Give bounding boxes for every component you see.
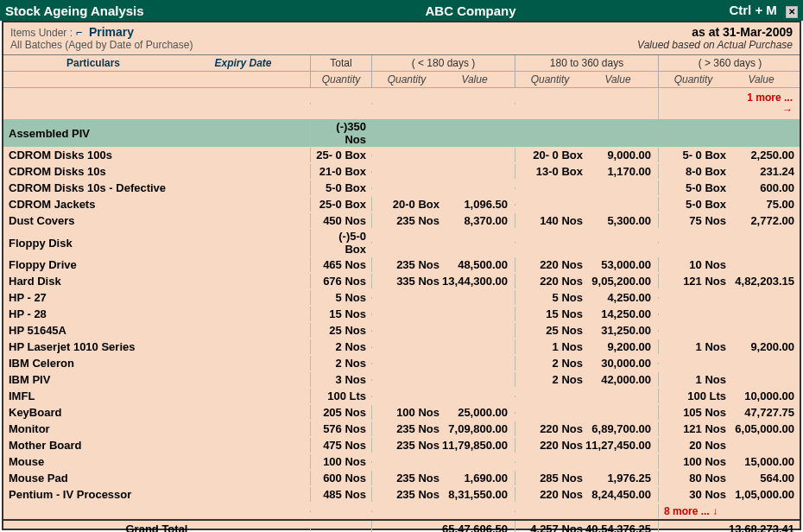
row-total-qty: 2 Nos (310, 356, 371, 370)
table-row[interactable]: Monitor576 Nos235 Nos7,09,800.00220 Nos6… (3, 421, 800, 437)
row-particulars: CDROM Disks 10s (3, 164, 310, 179)
table-row[interactable]: IBM PIV3 Nos2 Nos42,000.001 Nos (3, 371, 800, 388)
items-under-glyph: ⌐ (76, 26, 83, 39)
row-b3-val: 9,200.00 (726, 340, 796, 353)
more-indicator-top[interactable]: 1 more ... → (726, 89, 796, 118)
row-b2-qty: 15 Nos (521, 307, 583, 320)
table-row[interactable]: Floppy Drive465 Nos235 Nos48,500.00220 N… (3, 256, 800, 273)
row-b1-qty: 235 Nos (377, 488, 439, 501)
table-row[interactable]: Floppy Disk(-)5-0 Box (3, 229, 800, 256)
row-b1-val: 1,690.00 (439, 472, 509, 484)
close-icon[interactable]: ✕ (786, 6, 798, 18)
row-b2-qty: 285 Nos (521, 472, 583, 484)
row-b1-qty: 20-0 Box (377, 198, 439, 211)
row-b2-qty: 140 Nos (521, 214, 583, 227)
row-b2-qty: 13-0 Box (521, 165, 583, 178)
row-b3-val (726, 439, 796, 452)
row-particulars: Floppy Disk (3, 236, 310, 250)
grand-total-label: Grand Total (3, 521, 310, 532)
col-b2-val: Value (581, 73, 654, 86)
table-row[interactable]: IMFL100 Lts100 Lts10,000.00 (3, 388, 800, 404)
row-b3-qty: 100 Lts (664, 390, 726, 402)
row-b2-qty: 2 Nos (521, 357, 583, 370)
col-bucket-2[interactable]: 180 to 360 days (515, 55, 658, 71)
row-b2-qty: 25 Nos (521, 324, 583, 337)
row-b2-qty: 2 Nos (521, 373, 583, 386)
row-b2-qty: 220 Nos (521, 275, 583, 288)
table-row[interactable]: HP 51645A25 Nos25 Nos31,250.00 (3, 322, 800, 339)
table-row[interactable]: Mother Board475 Nos235 Nos11,79,850.0022… (3, 437, 800, 453)
table-row[interactable]: Mouse Pad600 Nos235 Nos1,690.00285 Nos1,… (3, 470, 800, 486)
row-b2-qty: 220 Nos (521, 439, 583, 452)
table-row[interactable]: CDROM Jackets25-0 Box20-0 Box1,096.505-0… (3, 196, 800, 212)
row-b3-qty: 1 Nos (664, 340, 726, 353)
row-total-qty: 100 Nos (310, 454, 371, 469)
col-expiry-date: Expiry Date (180, 57, 307, 69)
row-b3-qty: 30 Nos (664, 488, 726, 501)
row-particulars: IBM Celeron (3, 356, 310, 370)
row-particulars: Monitor (3, 421, 310, 436)
col-b1-val: Value (438, 73, 511, 86)
table-row[interactable]: KeyBoard205 Nos100 Nos25,000.00105 Nos47… (3, 404, 800, 421)
table-row[interactable]: CDROM Disks 10s21-0 Box13-0 Box1,170.008… (3, 163, 800, 180)
items-under-value[interactable]: Primary (89, 25, 134, 39)
table-row[interactable]: CDROM Disks 10s - Defective5-0 Box5-0 Bo… (3, 180, 800, 196)
row-b3-qty: 10 Nos (664, 258, 726, 271)
row-b2-val: 9,200.00 (583, 340, 653, 353)
row-b2-val: 9,000.00 (583, 149, 653, 162)
row-b3-qty: 100 Nos (664, 455, 726, 468)
table-row[interactable]: IBM Celeron2 Nos2 Nos30,000.00 (3, 355, 800, 371)
row-particulars: Mouse Pad (3, 471, 310, 485)
row-b2-val: 53,000.00 (583, 258, 653, 271)
table-row[interactable]: HP - 275 Nos5 Nos4,250.00 (3, 289, 800, 306)
row-particulars: Floppy Drive (3, 257, 310, 272)
row-b1-val: 48,500.00 (439, 258, 509, 271)
table-row[interactable]: HP - 2815 Nos15 Nos14,250.00 (3, 306, 800, 322)
row-b3-val: 564.00 (726, 472, 796, 484)
row-b3-qty: 5-0 Box (664, 181, 726, 194)
row-particulars: HP - 27 (3, 290, 310, 305)
col-bucket-1[interactable]: ( < 180 days ) (371, 55, 515, 71)
row-b2-qty: 220 Nos (521, 258, 583, 271)
row-particulars: Assembled PIV (3, 126, 310, 141)
data-grid[interactable]: 1 more ... → Assembled PIV(-)350 NosCDRO… (3, 88, 800, 516)
row-b3-val: 6,05,000.00 (726, 422, 796, 435)
row-total-qty: 576 Nos (310, 421, 371, 436)
table-row[interactable]: Pentium - IV Processor485 Nos235 Nos8,31… (3, 486, 800, 503)
row-b3-val: 2,250.00 (726, 149, 796, 162)
row-b3-qty: 121 Nos (664, 275, 726, 288)
table-row[interactable]: Dust Covers450 Nos235 Nos8,370.00140 Nos… (3, 212, 800, 229)
table-row[interactable]: Assembled PIV(-)350 Nos (3, 119, 800, 147)
row-b3-qty: 5-0 Box (664, 198, 726, 211)
row-b1-val: 7,09,800.00 (439, 422, 509, 435)
row-b2-val: 31,250.00 (583, 324, 653, 337)
row-b1-qty: 235 Nos (377, 472, 439, 484)
row-b2-val: 5,300.00 (583, 214, 653, 227)
row-particulars: CDROM Disks 100s (3, 148, 310, 162)
table-row[interactable]: CDROM Disks 100s25- 0 Box20- 0 Box9,000.… (3, 147, 800, 163)
grand-total-b1v: 65,47,606.50 (439, 522, 509, 532)
row-particulars: IMFL (3, 389, 310, 403)
row-b2-val: 6,89,700.00 (583, 422, 653, 435)
row-b3-qty: 105 Nos (664, 406, 726, 419)
row-total-qty: (-)350 Nos (310, 119, 371, 147)
title-bar: Stock Ageing Analysis ABC Company Ctrl +… (0, 0, 803, 21)
row-particulars: HP Laserjet 1010 Series (3, 339, 310, 354)
row-particulars: HP - 28 (3, 307, 310, 321)
row-b2-val: 4,250.00 (583, 291, 653, 304)
row-particulars: IBM PIV (3, 372, 310, 387)
column-header-row-2: Quantity Quantity Value Quantity Value Q… (3, 72, 800, 88)
grand-total-row: Grand Total 65,47,606.50 4,257 Nos40,54,… (3, 519, 800, 532)
grand-total-b2q: 4,257 Nos (521, 522, 583, 532)
table-row[interactable]: Hard Disk676 Nos335 Nos13,44,300.00220 N… (3, 273, 800, 289)
row-b3-val: 2,772.00 (726, 214, 796, 227)
col-b2-qty: Quantity (519, 73, 581, 86)
col-bucket-3[interactable]: ( > 360 days ) (658, 55, 801, 71)
more-indicator-bottom[interactable]: 8 more ... ↓ (658, 504, 801, 518)
table-row[interactable]: Mouse100 Nos100 Nos15,000.00 (3, 453, 800, 470)
row-b3-val (726, 258, 796, 271)
row-total-qty: 205 Nos (310, 405, 371, 420)
table-row[interactable]: HP Laserjet 1010 Series2 Nos1 Nos9,200.0… (3, 339, 800, 355)
row-particulars: Mother Board (3, 438, 310, 453)
row-b2-val: 42,000.00 (583, 373, 653, 386)
